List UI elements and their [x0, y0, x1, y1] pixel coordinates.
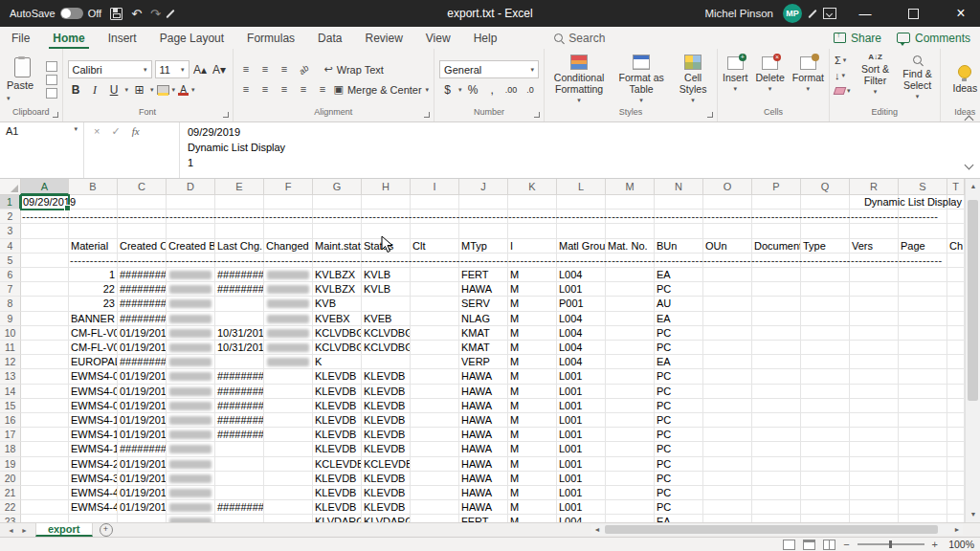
cell-E6[interactable]: ######## — [215, 268, 264, 282]
cell-G6[interactable]: KVLBZX — [313, 268, 362, 282]
cell-O18[interactable] — [703, 442, 752, 456]
column-header-A[interactable]: A — [21, 179, 69, 195]
cell-D5[interactable] — [167, 253, 215, 268]
cell-S2[interactable] — [899, 209, 947, 224]
cell-D6[interactable] — [167, 268, 215, 282]
cell-H17[interactable]: KLEVDB — [362, 428, 411, 442]
ribbon-tab-review[interactable]: Review — [353, 27, 413, 49]
cell-E1[interactable] — [215, 195, 264, 209]
enter-icon[interactable]: ✓ — [111, 125, 120, 138]
cell-H20[interactable]: KLEVDB — [362, 472, 411, 486]
share-button[interactable]: Share — [834, 32, 881, 45]
cell-T22[interactable] — [947, 500, 965, 515]
cell-O13[interactable] — [703, 369, 752, 384]
cell-J8[interactable]: SERV — [459, 297, 508, 311]
cell-R14[interactable] — [850, 385, 899, 399]
cell-P14[interactable] — [752, 385, 801, 399]
cell-Q9[interactable] — [801, 312, 850, 326]
cell-P10[interactable] — [752, 326, 801, 341]
row-header-7[interactable]: 7 — [0, 282, 21, 297]
cell-R18[interactable] — [850, 442, 899, 456]
cell-O23[interactable] — [703, 515, 752, 522]
align-top-icon[interactable]: ≡ — [238, 61, 255, 78]
cell-E19[interactable] — [215, 457, 264, 472]
autosave-switch-icon[interactable] — [60, 8, 83, 19]
row-header-19[interactable]: 19 — [0, 457, 21, 472]
select-all-corner[interactable] — [0, 179, 21, 195]
close-button[interactable]: × — [942, 0, 980, 27]
cell-M8[interactable] — [606, 297, 655, 311]
row-header-1[interactable]: 1 — [0, 195, 21, 209]
cell-D10[interactable] — [167, 326, 215, 341]
cell-H11[interactable]: KCLVDBGA — [362, 341, 411, 355]
cell-T15[interactable] — [947, 399, 965, 413]
cell-F5[interactable] — [264, 253, 313, 268]
cell-C16[interactable]: 01/19/201 — [118, 413, 167, 428]
cell-B17[interactable]: EWMS4-1 — [69, 428, 118, 442]
cell-L14[interactable]: L001 — [557, 385, 606, 399]
format-painter-icon[interactable] — [46, 88, 57, 99]
column-header-L[interactable]: L — [557, 179, 606, 195]
cell-M20[interactable] — [606, 472, 655, 486]
cell-H18[interactable]: KLEVDB — [362, 442, 411, 456]
cell-I20[interactable] — [411, 472, 459, 486]
row-header-8[interactable]: 8 — [0, 297, 21, 311]
collapse-ribbon-icon[interactable] — [966, 110, 972, 117]
cell-K16[interactable]: M — [508, 413, 557, 428]
cell-I10[interactable] — [411, 326, 459, 341]
cell-P9[interactable] — [752, 312, 801, 326]
cell-K1[interactable] — [508, 195, 557, 209]
cell-A8[interactable] — [21, 297, 69, 311]
horizontal-scroll-thumb[interactable] — [605, 525, 938, 534]
cell-D22[interactable] — [167, 500, 215, 515]
cell-A13[interactable] — [21, 369, 69, 384]
cell-R4[interactable]: Vers — [850, 239, 899, 253]
cell-B8[interactable]: 23 — [69, 297, 118, 311]
cell-R9[interactable] — [850, 312, 899, 326]
cell-G3[interactable] — [313, 224, 362, 238]
column-header-I[interactable]: I — [411, 179, 459, 195]
cell-J16[interactable]: HAWA — [459, 413, 508, 428]
cell-O2[interactable] — [703, 209, 752, 224]
cell-S16[interactable] — [899, 413, 947, 428]
cell-E2[interactable] — [215, 209, 264, 224]
cell-J2[interactable] — [459, 209, 508, 224]
cell-B12[interactable]: EUROPALL — [69, 355, 118, 369]
cell-S5[interactable] — [899, 253, 947, 268]
cell-N4[interactable]: BUn — [655, 239, 703, 253]
cell-Q21[interactable] — [801, 486, 850, 500]
cell-B23[interactable] — [69, 515, 118, 522]
cell-N6[interactable]: EA — [655, 268, 703, 282]
column-header-S[interactable]: S — [899, 179, 947, 195]
maximize-button[interactable] — [894, 0, 932, 27]
cell-M11[interactable] — [606, 341, 655, 355]
cell-J19[interactable]: HAWA — [459, 457, 508, 472]
row-header-18[interactable]: 18 — [0, 442, 21, 456]
cell-D16[interactable] — [167, 413, 215, 428]
cell-R8[interactable] — [850, 297, 899, 311]
cell-I5[interactable] — [411, 253, 459, 268]
cell-N5[interactable] — [655, 253, 703, 268]
cell-M19[interactable] — [606, 457, 655, 472]
cell-I22[interactable] — [411, 500, 459, 515]
cell-T2[interactable] — [947, 209, 965, 224]
cell-M1[interactable] — [606, 195, 655, 209]
cell-E21[interactable] — [215, 486, 264, 500]
cell-N17[interactable]: PC — [655, 428, 703, 442]
cell-R5[interactable] — [850, 253, 899, 268]
cell-M10[interactable] — [606, 326, 655, 341]
cell-S18[interactable] — [899, 442, 947, 456]
sheet-nav-right-icon[interactable]: ► — [21, 527, 28, 534]
cell-L22[interactable]: L001 — [557, 500, 606, 515]
cell-A5[interactable] — [21, 253, 69, 268]
cell-P2[interactable] — [752, 209, 801, 224]
cell-D15[interactable] — [167, 399, 215, 413]
italic-button[interactable]: I — [87, 81, 103, 99]
column-header-D[interactable]: D — [167, 179, 215, 195]
cell-M5[interactable] — [606, 253, 655, 268]
undo-icon[interactable]: ↶ — [131, 8, 142, 20]
cell-C3[interactable] — [118, 224, 167, 238]
cell-H22[interactable]: KLEVDB — [362, 500, 411, 515]
cell-E8[interactable] — [215, 297, 264, 311]
cell-A10[interactable] — [21, 326, 69, 341]
